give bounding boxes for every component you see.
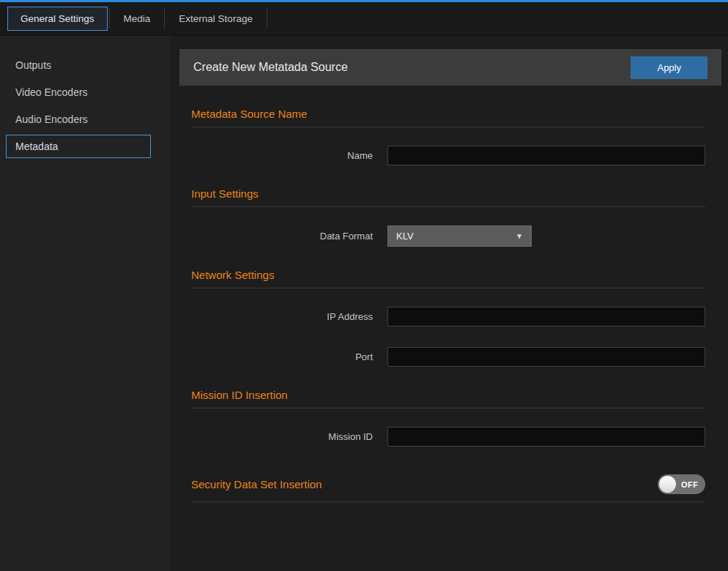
main-content: Create New Metatada Source Apply Metadat… bbox=[179, 36, 721, 571]
section-title-input-settings: Input Settings bbox=[191, 187, 705, 200]
section-divider bbox=[191, 206, 705, 207]
name-row: Name bbox=[191, 146, 705, 165]
chevron-down-icon: ▼ bbox=[516, 232, 523, 240]
section-title-mission-id-insertion: Mission ID Insertion bbox=[191, 389, 705, 401]
section-divider bbox=[191, 288, 705, 288]
toggle-state-label: OFF bbox=[681, 480, 699, 489]
port-row: Port bbox=[191, 347, 705, 367]
apply-button[interactable]: Apply bbox=[631, 56, 707, 79]
section-divider bbox=[191, 501, 705, 502]
tab-media[interactable]: Media bbox=[111, 7, 163, 30]
tab-divider bbox=[109, 9, 110, 29]
data-format-selected-value: KLV bbox=[396, 231, 414, 242]
section-title-security-data-set-insertion: Security Data Set Insertion bbox=[191, 478, 322, 490]
sidebar-item-outputs[interactable]: Outputs bbox=[6, 53, 151, 77]
ip-address-input[interactable] bbox=[387, 307, 705, 326]
ip-address-row: IP Address bbox=[191, 307, 705, 326]
page-title: Create New Metatada Source bbox=[193, 61, 631, 74]
section-divider bbox=[191, 127, 705, 127]
mission-id-input[interactable] bbox=[387, 427, 705, 447]
tab-external-storage[interactable]: External Storage bbox=[166, 7, 265, 30]
name-label: Name bbox=[191, 150, 387, 161]
tab-divider bbox=[164, 9, 165, 29]
top-tab-bar: General Settings Media External Storage bbox=[0, 0, 728, 36]
name-input[interactable] bbox=[387, 146, 705, 165]
data-format-label: Data Format bbox=[191, 231, 387, 242]
port-label: Port bbox=[191, 351, 387, 362]
sidebar-item-metadata[interactable]: Metadata bbox=[6, 135, 151, 158]
mission-id-label: Mission ID bbox=[191, 431, 387, 442]
sidebar-item-audio-encoders[interactable]: Audio Encoders bbox=[6, 108, 151, 131]
mission-id-row: Mission ID bbox=[191, 427, 705, 447]
sidebar-item-video-encoders[interactable]: Video Encoders bbox=[6, 81, 151, 104]
page-header: Create New Metatada Source Apply bbox=[179, 49, 721, 86]
data-format-row: Data Format KLV ▼ bbox=[191, 225, 705, 247]
data-format-dropdown[interactable]: KLV ▼ bbox=[387, 225, 532, 247]
tab-general-settings[interactable]: General Settings bbox=[7, 7, 108, 31]
form-sections: Metadata Source Name Name Input Settings… bbox=[179, 108, 721, 502]
toggle-knob-icon bbox=[659, 476, 676, 493]
port-input[interactable] bbox=[387, 347, 705, 367]
ip-address-label: IP Address bbox=[191, 311, 387, 322]
security-data-set-row: Security Data Set Insertion OFF bbox=[191, 474, 705, 494]
section-title-metadata-source-name: Metadata Source Name bbox=[191, 108, 705, 120]
section-title-network-settings: Network Settings bbox=[191, 269, 705, 281]
section-divider bbox=[191, 408, 705, 408]
security-toggle[interactable]: OFF bbox=[658, 474, 705, 494]
settings-sidebar: Outputs Video Encoders Audio Encoders Me… bbox=[0, 36, 170, 571]
tab-divider bbox=[267, 9, 267, 29]
